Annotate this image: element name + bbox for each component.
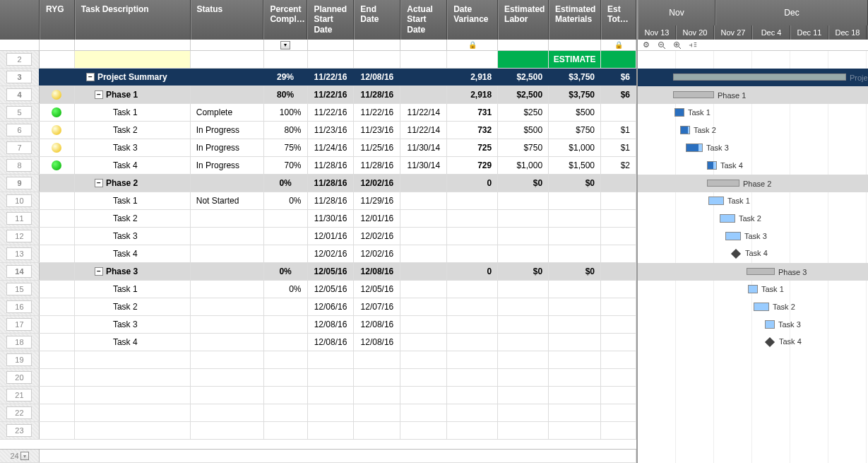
gantt-row[interactable] [638, 369, 868, 387]
header-status[interactable]: Status [191, 0, 264, 40]
grid-row[interactable]: 3−Project Summary29%11/22/1612/08/162,91… [0, 69, 636, 86]
task-description-cell[interactable]: −Phase 2 [75, 175, 191, 192]
milestone-icon[interactable] [731, 249, 741, 259]
header-end-date[interactable]: End Date [354, 0, 400, 40]
gantt-bar[interactable]: Phase 2 [707, 180, 739, 187]
gantt-row[interactable] [638, 404, 868, 422]
gear-icon[interactable]: ⚙ [642, 41, 650, 49]
grid-row[interactable]: 9−Phase 20%11/28/1612/02/160$0$0 [0, 175, 636, 192]
gantt-bar[interactable]: Phase 1 [673, 91, 714, 98]
task-description-cell[interactable]: Task 1 [75, 192, 191, 209]
row-number[interactable]: 3 [0, 69, 40, 86]
grid-row[interactable]: 8Task 4In Progress70%11/28/1611/28/1611/… [0, 157, 636, 175]
row-number[interactable]: 20 [0, 369, 40, 386]
gantt-row[interactable]: Task 2 [638, 210, 868, 228]
gantt-row[interactable]: Phase 1 [638, 86, 868, 104]
task-description-cell[interactable]: Task 4 [75, 245, 191, 262]
task-description-cell[interactable]: −Phase 1 [75, 86, 191, 103]
collapse-icon[interactable]: − [95, 90, 103, 99]
task-description-cell[interactable]: Task 2 [75, 210, 191, 227]
gantt-row[interactable]: Task 4 [638, 334, 868, 351]
grid-row[interactable]: 2ESTIMATE [0, 51, 636, 69]
collapse-icon[interactable]: − [95, 179, 103, 187]
gantt-row[interactable] [638, 387, 868, 404]
gantt-row[interactable]: Task 3 [638, 139, 868, 157]
gantt-row[interactable]: Task 1 [638, 281, 868, 298]
zoom-out-icon[interactable] [658, 41, 666, 49]
grid-body[interactable]: 2ESTIMATE3−Project Summary29%11/22/1612/… [0, 51, 636, 449]
row-number[interactable]: 23 [0, 422, 40, 439]
header-task-description[interactable]: Task Description [75, 0, 191, 40]
gantt-bar[interactable]: Phase 3 [747, 268, 775, 275]
timeline-month[interactable]: Nov [638, 0, 715, 25]
task-description-cell[interactable]: Task 1 [75, 281, 191, 298]
header-actual-start-date[interactable]: Actual Start Date [400, 0, 447, 40]
row-number[interactable]: 6 [0, 122, 40, 139]
gantt-body[interactable]: Project SummaryPhase 1Task 1Task 2Task 3… [638, 51, 868, 463]
grid-row[interactable]: 10Task 1Not Started0%11/28/1611/29/16 [0, 192, 636, 210]
gantt-row[interactable]: Task 1 [638, 104, 868, 122]
task-description-cell[interactable]: Task 2 [75, 122, 191, 139]
task-description-cell[interactable]: Task 3 [75, 139, 191, 156]
timeline-week[interactable]: Nov 13 [638, 25, 676, 40]
gantt-row[interactable]: Project Summary [638, 69, 868, 86]
chevron-down-icon[interactable]: ▾ [20, 452, 29, 460]
gantt-bar[interactable]: Task 4 [707, 161, 717, 170]
header-date-variance[interactable]: Date Variance [447, 0, 498, 40]
timeline-week[interactable]: Dec 18 [828, 25, 867, 40]
header-estimated-total[interactable]: Est Tot… [601, 0, 636, 40]
timeline-week[interactable]: Dec 11 [790, 25, 828, 40]
gantt-bar[interactable]: Task 2 [680, 126, 690, 134]
gantt-row[interactable]: Phase 3 [638, 263, 868, 281]
task-description-cell[interactable]: −Project Summary [75, 69, 191, 86]
timeline-week[interactable]: Nov 20 [676, 25, 714, 40]
gantt-row[interactable] [638, 422, 868, 440]
header-estimated-labor[interactable]: Estimated Labor [498, 0, 549, 40]
gantt-bar[interactable]: Task 2 [754, 303, 769, 311]
row-number[interactable]: 5 [0, 104, 40, 121]
header-estimated-materials[interactable]: Estimated Materials [549, 0, 601, 40]
grid-row[interactable]: 15Task 10%12/05/1612/05/16 [0, 281, 636, 298]
grid-row[interactable]: 13Task 412/02/1612/02/16 [0, 245, 636, 263]
gantt-row[interactable]: Task 3 [638, 316, 868, 334]
gantt-bar[interactable]: Task 2 [720, 214, 735, 223]
row-number[interactable]: 22 [0, 404, 40, 421]
row-number[interactable]: 8 [0, 157, 40, 174]
task-description-cell[interactable]: Task 4 [75, 157, 191, 174]
gantt-bar[interactable]: Project Summary [673, 74, 846, 81]
gantt-row[interactable] [638, 51, 868, 69]
gantt-bar[interactable]: Task 3 [765, 320, 775, 329]
row-number[interactable]: 2 [0, 51, 40, 68]
grid-row[interactable]: 18Task 412/08/1612/08/16 [0, 334, 636, 351]
task-description-cell[interactable]: Task 4 [75, 334, 191, 351]
grid-row[interactable]: 20 [0, 369, 636, 387]
row-number[interactable]: 12 [0, 228, 40, 245]
grid-row[interactable]: 19 [0, 351, 636, 369]
gantt-row[interactable]: Task 3 [638, 228, 868, 245]
task-description-cell[interactable]: Task 1 [75, 104, 191, 121]
row-number[interactable]: 10 [0, 192, 40, 209]
collapse-icon[interactable]: − [86, 73, 95, 81]
header-planned-start-date[interactable]: Planned Start Date [307, 0, 354, 40]
scroll-to-icon[interactable] [689, 41, 697, 49]
collapse-icon[interactable]: − [95, 267, 103, 276]
gantt-row[interactable]: Task 2 [638, 298, 868, 316]
timeline-month[interactable]: Dec [715, 0, 868, 25]
gantt-bar[interactable]: Task 1 [708, 197, 724, 205]
grid-row[interactable]: 16Task 212/06/1612/07/16 [0, 298, 636, 316]
gantt-bar[interactable]: Task 3 [725, 232, 741, 240]
row-number[interactable]: 17 [0, 316, 40, 333]
gantt-bar[interactable]: Task 3 [686, 143, 703, 152]
timeline-week[interactable]: Nov 27 [714, 25, 752, 40]
header-ryg[interactable]: RYG [40, 0, 75, 40]
row-number[interactable]: 19 [0, 351, 40, 368]
timeline-week[interactable]: Dec 4 [752, 25, 790, 40]
task-description-cell[interactable]: Task 3 [75, 228, 191, 245]
grid-row[interactable]: 23 [0, 422, 636, 440]
grid-row[interactable]: 7Task 3In Progress75%11/24/1611/25/1611/… [0, 139, 636, 157]
gantt-row[interactable]: Phase 2 [638, 175, 868, 192]
grid-row[interactable]: 21 [0, 387, 636, 404]
row-number[interactable]: 9 [0, 175, 40, 192]
grid-row[interactable]: 5Task 1Complete100%11/22/1611/22/1611/22… [0, 104, 636, 122]
row-number[interactable]: 16 [0, 298, 40, 315]
